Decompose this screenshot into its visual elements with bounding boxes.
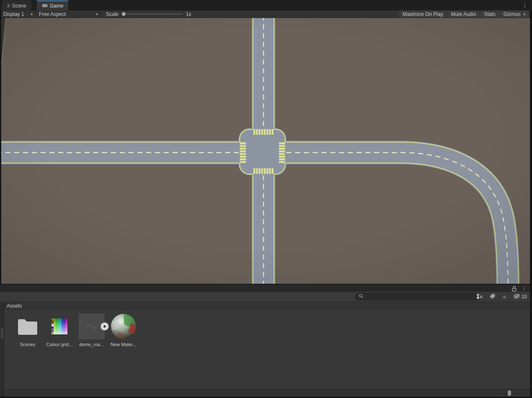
- window-right-edge: [530, 10, 532, 397]
- search-filter-buttons: ★ 10: [473, 292, 530, 302]
- unity-editor-window: # Scene Game ⋮ Display 1 ▾ Free Aspect ▾…: [0, 0, 532, 398]
- project-search-row: ★ 10: [0, 292, 532, 302]
- mute-audio-button[interactable]: Mute Audio: [447, 10, 480, 18]
- asset-label: Scenes: [12, 342, 43, 347]
- chevron-down-icon: ▾: [96, 12, 98, 16]
- asset-item-new-material[interactable]: New Mater...: [108, 312, 139, 347]
- asset-item-scenes[interactable]: Scenes: [12, 312, 43, 347]
- chevron-down-icon: ▾: [523, 12, 525, 16]
- asset-item-demo-road[interactable]: demo_roa...: [76, 312, 107, 347]
- display-dropdown-label: Display 1: [3, 11, 24, 17]
- play-badge-icon: [100, 322, 109, 331]
- tab-scene-label: Scene: [12, 3, 26, 9]
- asset-thumb: [108, 312, 139, 341]
- asset-thumb: [76, 312, 107, 341]
- stats-label: Stats: [484, 11, 495, 17]
- mute-audio-label: Mute Audio: [451, 11, 476, 17]
- folder-icon: [17, 317, 39, 336]
- assets-grid[interactable]: Scenes Colour grid...: [4, 310, 532, 389]
- gamepad-icon: [42, 3, 48, 8]
- game-toolbar-left: Display 1 ▾ Free Aspect ▾ Scale 1x: [0, 10, 191, 18]
- project-status-bar: [4, 389, 532, 397]
- display-dropdown[interactable]: Display 1 ▾: [0, 10, 35, 18]
- asset-label: demo_roa...: [76, 342, 107, 347]
- thumbnail-size-slider-knob[interactable]: [508, 390, 511, 396]
- material-sphere-thumbnail: [111, 313, 136, 339]
- game-toolbar-right: Maximize On Play Mute Audio Stats Gizmos…: [398, 10, 529, 18]
- asset-label: Colour grid...: [44, 342, 75, 347]
- breadcrumb: Assets: [7, 303, 22, 309]
- tag-label-icon: [489, 293, 496, 300]
- game-view-toolbar: Display 1 ▾ Free Aspect ▾ Scale 1x Maxim…: [0, 10, 532, 18]
- maximize-on-play-button[interactable]: Maximize On Play: [398, 10, 447, 18]
- gizmos-label: Gizmos: [504, 11, 521, 17]
- project-search-field[interactable]: [355, 293, 481, 300]
- scene-grid-icon: #: [7, 3, 10, 8]
- eye-slash-icon: [513, 294, 520, 300]
- hidden-items-toggle[interactable]: 10: [510, 292, 530, 302]
- scale-slider-track[interactable]: [126, 14, 182, 14]
- splitter-handle[interactable]: [1, 327, 3, 339]
- search-input[interactable]: [365, 294, 477, 299]
- filter-by-type-button[interactable]: [473, 292, 486, 302]
- scale-value: 1x: [186, 11, 191, 17]
- scale-slider-knob[interactable]: [122, 12, 126, 16]
- gizmos-dropdown-button[interactable]: Gizmos ▾: [499, 10, 529, 18]
- maximize-on-play-label: Maximize On Play: [403, 11, 443, 17]
- tab-scene[interactable]: # Scene: [2, 0, 31, 10]
- assets-breadcrumb-bar: Assets: [4, 302, 532, 310]
- asset-thumb: [44, 312, 75, 341]
- aspect-ratio-dropdown[interactable]: Free Aspect ▾: [36, 10, 100, 18]
- view-tab-bar: # Scene Game ⋮: [0, 0, 532, 10]
- asset-thumb: [12, 312, 43, 341]
- viewport-vignette: [0, 18, 532, 284]
- scale-label: Scale: [106, 11, 118, 17]
- chevron-down-icon: ▾: [31, 12, 33, 16]
- scale-slider-group: Scale 1x: [106, 11, 191, 17]
- search-icon: [359, 294, 363, 300]
- favorites-button[interactable]: ★: [499, 292, 510, 302]
- project-panel-kebab-menu-icon[interactable]: ⋮: [522, 285, 527, 291]
- project-panel-strip: ⋮: [0, 284, 532, 292]
- tabbar-kebab-menu-icon[interactable]: ⋮: [522, 2, 528, 8]
- tab-game-label: Game: [50, 3, 64, 9]
- toolbar-separator: [100, 10, 101, 18]
- window-left-edge: [0, 10, 1, 284]
- hidden-count: 10: [522, 294, 527, 300]
- asset-item-colour-grid[interactable]: Colour grid...: [44, 312, 75, 347]
- project-left-splitter[interactable]: [0, 302, 4, 397]
- asset-label: New Mater...: [108, 342, 139, 347]
- rendered-scene: [0, 18, 532, 284]
- aspect-dropdown-label: Free Aspect: [39, 11, 66, 17]
- star-icon: ★: [502, 294, 507, 300]
- stats-button[interactable]: Stats: [480, 10, 499, 18]
- filter-by-label-button[interactable]: [486, 292, 499, 302]
- tab-game[interactable]: Game: [37, 0, 69, 10]
- filter-by-type-icon: [476, 293, 483, 300]
- game-viewport[interactable]: [0, 18, 532, 284]
- video-clip-thumbnail: [79, 313, 105, 339]
- colour-grid-texture-thumbnail: [51, 318, 67, 334]
